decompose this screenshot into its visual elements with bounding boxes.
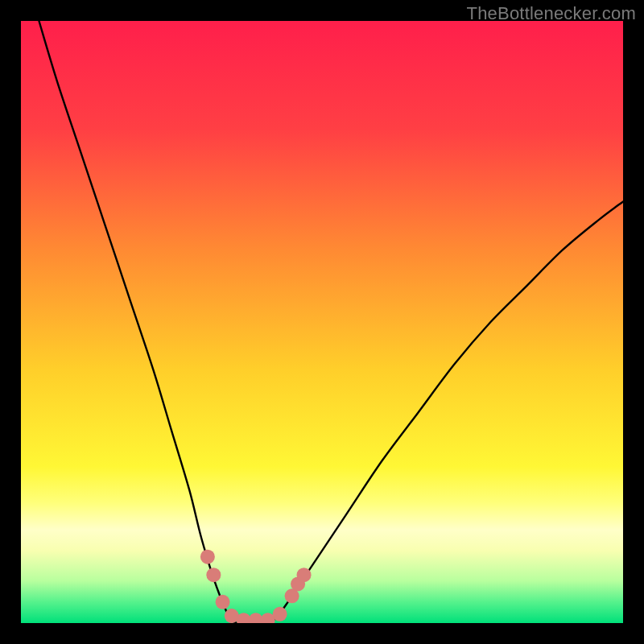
data-marker — [216, 595, 230, 609]
chart-frame: TheBottlenecker.com — [0, 0, 644, 644]
data-marker — [200, 550, 215, 564]
data-marker — [297, 568, 312, 582]
watermark-text: TheBottlenecker.com — [467, 3, 636, 24]
data-marker — [206, 568, 221, 582]
data-marker — [273, 607, 287, 621]
bottleneck-curve — [39, 21, 623, 623]
plot-area — [21, 21, 623, 623]
curve-layer — [21, 21, 623, 623]
